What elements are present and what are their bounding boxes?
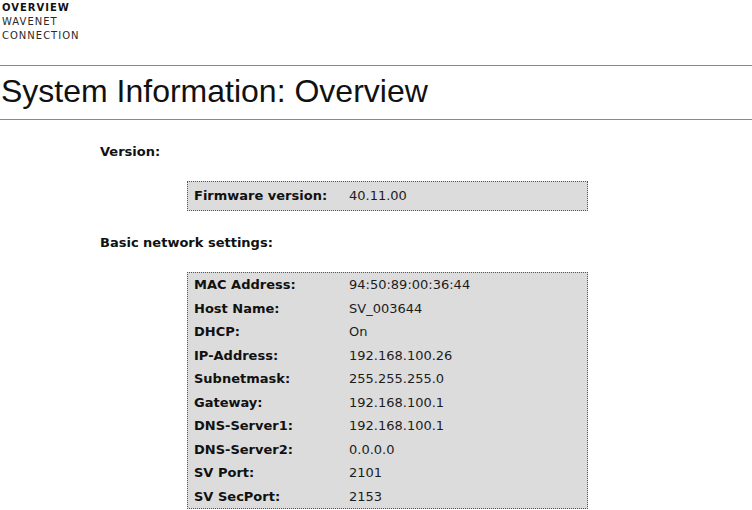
row-label: DNS-Server1: <box>194 414 349 438</box>
row-value: 0.0.0.0 <box>349 438 394 462</box>
row-value: 40.11.00 <box>349 182 407 210</box>
section-heading-version: Version: <box>100 144 160 159</box>
row-label: Subnetmask: <box>194 367 349 391</box>
row-label: DHCP: <box>194 320 349 344</box>
nav-link-connection[interactable]: CONNECTION <box>2 29 80 43</box>
nav-link-wavenet[interactable]: WAVENET <box>2 15 80 29</box>
table-row: IP-Address: 192.168.100.26 <box>188 344 587 368</box>
divider-above-title <box>0 65 752 66</box>
table-row: SV SecPort: 2153 <box>188 485 587 509</box>
row-label: Gateway: <box>194 391 349 415</box>
row-label: IP-Address: <box>194 344 349 368</box>
row-value: 192.168.100.1 <box>349 414 444 438</box>
row-label: SV SecPort: <box>194 485 349 509</box>
table-row: DNS-Server1: 192.168.100.1 <box>188 414 587 438</box>
page-title: System Information: Overview <box>1 72 428 110</box>
row-value: 192.168.100.26 <box>349 344 452 368</box>
row-value: 192.168.100.1 <box>349 391 444 415</box>
row-label: SV Port: <box>194 461 349 485</box>
row-value: 255.255.255.0 <box>349 367 444 391</box>
table-row: Gateway: 192.168.100.1 <box>188 391 587 415</box>
row-value: 94:50:89:00:36:44 <box>349 273 470 297</box>
row-value: 2153 <box>349 485 382 509</box>
row-label: Firmware version: <box>194 182 349 210</box>
section-heading-network: Basic network settings: <box>100 235 273 250</box>
table-row: SV Port: 2101 <box>188 461 587 485</box>
row-label: Host Name: <box>194 297 349 321</box>
table-row: Subnetmask: 255.255.255.0 <box>188 367 587 391</box>
row-label: DNS-Server2: <box>194 438 349 462</box>
table-row: MAC Address: 94:50:89:00:36:44 <box>188 273 587 297</box>
row-value: On <box>349 320 367 344</box>
network-settings-box: MAC Address: 94:50:89:00:36:44 Host Name… <box>187 272 588 509</box>
row-value: SV_003644 <box>349 297 422 321</box>
table-row: DHCP: On <box>188 320 587 344</box>
table-row: Host Name: SV_003644 <box>188 297 587 321</box>
nav-link-overview[interactable]: OVERVIEW <box>2 1 80 15</box>
top-navigation: OVERVIEW WAVENET CONNECTION <box>2 1 80 43</box>
version-info-box: Firmware version: 40.11.00 <box>187 181 588 211</box>
divider-below-title <box>0 119 752 120</box>
table-row: DNS-Server2: 0.0.0.0 <box>188 438 587 462</box>
row-label: MAC Address: <box>194 273 349 297</box>
row-value: 2101 <box>349 461 382 485</box>
table-row: Firmware version: 40.11.00 <box>188 182 587 210</box>
